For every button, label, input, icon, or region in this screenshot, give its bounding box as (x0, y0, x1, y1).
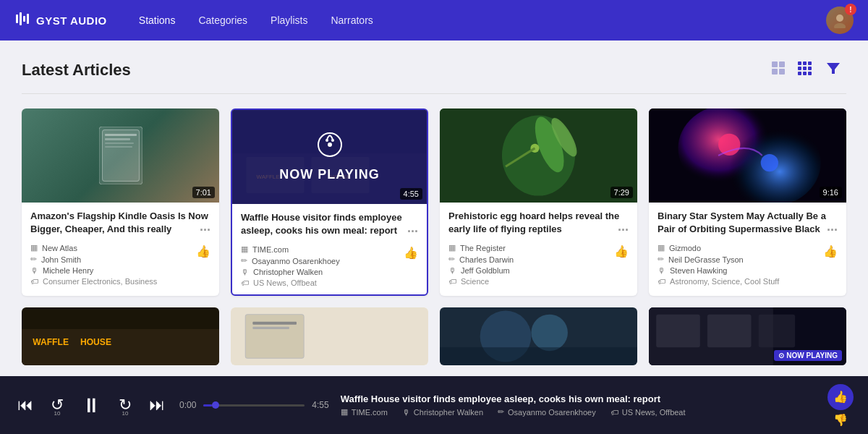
user-avatar[interactable]: ! (826, 7, 854, 34)
now-playing-icon (317, 132, 343, 163)
thumb-bg-binary (649, 109, 846, 203)
card-body-2: Waffle House visitor finds employee asle… (232, 204, 427, 294)
card-more-2[interactable]: ··· (407, 223, 418, 241)
svg-rect-1 (20, 12, 22, 25)
tags-icon-4: 🏷 (658, 277, 665, 286)
app-header: GYST AUDIO Stations Categories Playlists… (0, 0, 868, 41)
app-title: GYST AUDIO (36, 14, 107, 27)
player-title: Waffle House visitor finds employee asle… (341, 393, 816, 404)
card-editor-2: ✏ Osayanmo Osarenkhoey (241, 256, 404, 265)
svg-point-56 (531, 315, 568, 352)
view-2col-button[interactable] (768, 58, 788, 82)
card-body-4: Binary Star System May Actually Be a Pai… (649, 203, 846, 293)
svg-point-5 (834, 23, 846, 28)
source-icon-2: ▦ (241, 244, 248, 254)
thumb-bg-reptile (440, 109, 637, 203)
nav-categories[interactable]: Categories (190, 10, 256, 30)
article-card-kindle[interactable]: 7:01 Amazon's Flagship Kindle Oasis Is N… (22, 109, 219, 296)
card-like-3[interactable]: 👍 (614, 244, 629, 258)
audio-player: ⏮ ↺ 10 ⏸ ↻ 10 ⏭ 0:00 4:55 Waffle House v… (0, 376, 868, 434)
svg-rect-17 (803, 72, 807, 75)
svg-rect-62 (759, 315, 796, 348)
player-editor-icon: ✏ (498, 407, 504, 417)
card-source-3: ▦ The Register (448, 243, 614, 252)
player-dislike-button[interactable]: 👎 (827, 413, 854, 427)
article-card-binary[interactable]: 9:16 Binary Star System May Actually Be … (649, 109, 846, 296)
card-title-2: Waffle House visitor finds employee asle… (241, 211, 418, 237)
nav-narrators[interactable]: Narrators (322, 10, 381, 30)
svg-text:WAFFLE: WAFFLE (33, 338, 69, 348)
svg-rect-53 (252, 327, 289, 329)
play-pause-button[interactable]: ⏸ (78, 391, 104, 420)
player-controls: ⏮ ↺ 10 ⏸ ↻ 10 ⏭ (14, 391, 168, 420)
svg-rect-60 (656, 315, 700, 348)
card-duration-2: 4:55 (400, 188, 422, 200)
card-more-1[interactable]: ··· (200, 221, 210, 239)
card-body-3: Prehistoric egg hoard helps reveal the e… (440, 203, 637, 293)
card-duration-1: 7:01 (192, 187, 215, 198)
view-grid-button[interactable] (794, 58, 814, 82)
partial-card-4[interactable]: ⊙ NOW PLAYING (649, 307, 846, 365)
svg-rect-57 (440, 348, 637, 366)
rewind-button[interactable]: ↺ 10 (48, 393, 67, 417)
article-card-waffle[interactable]: WAFFLE HOUSE (231, 109, 428, 296)
card-editor-4: ✏ Neil DeGrasse Tyson (658, 255, 823, 264)
now-playing-text: NOW PLAYING (279, 167, 379, 182)
player-narrator: 🎙 Christopher Walken (402, 407, 483, 417)
svg-rect-7 (779, 61, 785, 67)
player-progress-bar[interactable] (203, 404, 305, 407)
svg-rect-20 (99, 127, 142, 184)
player-source: ▦ TIME.com (341, 407, 388, 417)
player-progress-fill (203, 404, 211, 407)
svg-rect-6 (772, 61, 778, 67)
svg-text:HOUSE: HOUSE (80, 338, 111, 348)
article-card-reptile[interactable]: 7:29 Prehistoric egg hoard helps reveal … (440, 109, 637, 296)
editor-icon-4: ✏ (658, 255, 664, 264)
skip-back-button[interactable]: ⏮ (14, 393, 36, 417)
svg-point-4 (836, 14, 843, 22)
card-body-1: Amazon's Flagship Kindle Oasis Is Now Bi… (22, 203, 219, 293)
card-more-4[interactable]: ··· (827, 221, 838, 239)
logo-area: GYST AUDIO (14, 11, 107, 30)
card-more-3[interactable]: ··· (618, 221, 629, 239)
card-meta-1: ▦ New Atlas ✏ John Smith 🎙 Michele Henry (30, 243, 196, 286)
tags-icon-3: 🏷 (448, 277, 456, 286)
player-progress-dot (212, 401, 219, 409)
svg-point-34 (326, 139, 328, 142)
card-narrator-1: 🎙 Michele Henry (30, 266, 196, 275)
player-time-total: 4:55 (312, 400, 328, 410)
card-tags-2: 🏷 US News, Offbeat (241, 278, 404, 287)
player-progress-area: 0:00 4:55 (179, 400, 329, 410)
main-nav: Stations Categories Playlists Narrators (130, 10, 382, 30)
player-like-button[interactable]: 👍 (827, 384, 854, 410)
svg-marker-19 (827, 63, 840, 74)
forward-button[interactable]: ↻ 10 (116, 393, 135, 417)
section-header: Latest Articles (22, 58, 846, 82)
filter-button[interactable] (820, 58, 846, 82)
player-info: Waffle House visitor finds employee asle… (341, 393, 816, 417)
nav-playlists[interactable]: Playlists (262, 10, 316, 30)
section-title: Latest Articles (22, 61, 768, 80)
card-narrator-3: 🎙 Jeff Goldblum (448, 266, 614, 275)
card-editor-1: ✏ John Smith (30, 255, 196, 264)
svg-rect-24 (105, 146, 132, 148)
partial-card-2[interactable] (231, 307, 428, 365)
card-tags-3: 🏷 Science (448, 277, 614, 286)
source-icon-1: ▦ (30, 243, 38, 252)
card-title-4: Binary Star System May Actually Be a Pai… (658, 210, 838, 236)
svg-rect-11 (803, 61, 807, 65)
nav-stations[interactable]: Stations (130, 10, 184, 30)
partial-card-3[interactable] (440, 307, 637, 365)
partial-card-1[interactable]: WAFFLE HOUSE (22, 307, 219, 365)
svg-rect-22 (105, 138, 130, 140)
card-like-1[interactable]: 👍 (196, 244, 210, 258)
skip-forward-button[interactable]: ⏭ (146, 393, 168, 417)
player-tags: 🏷 US News, Offbeat (610, 407, 686, 417)
svg-rect-23 (105, 142, 134, 144)
card-like-4[interactable]: 👍 (823, 244, 838, 258)
tags-icon-2: 🏷 (241, 278, 249, 287)
card-thumbnail-waffle: WAFFLE HOUSE (232, 110, 427, 204)
card-title-3: Prehistoric egg hoard helps reveal the e… (448, 210, 629, 236)
svg-point-45 (761, 154, 778, 171)
card-like-2[interactable]: 👍 (404, 246, 418, 260)
